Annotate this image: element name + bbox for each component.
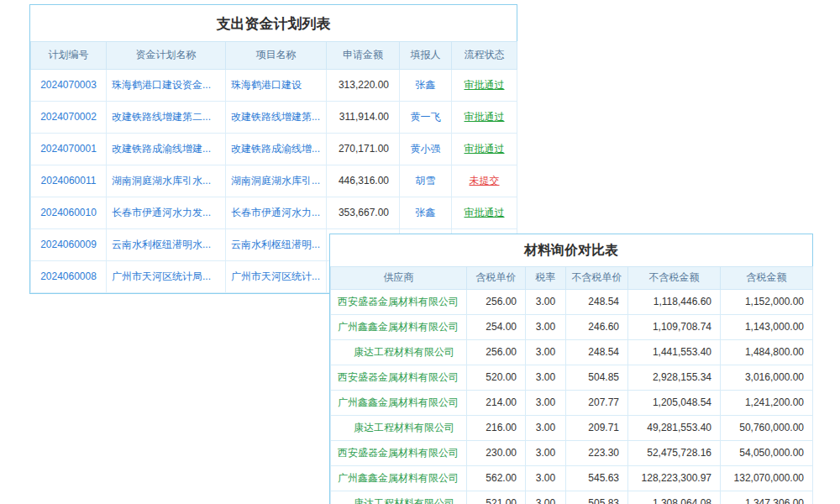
filler-link[interactable]: 张鑫	[400, 69, 452, 101]
table-row[interactable]: 西安盛器金属材料有限公司 230.00 3.00 223.30 52,475,7…	[331, 440, 813, 465]
filler-link[interactable]: 胡雪	[400, 165, 452, 197]
plan-id-link[interactable]: 2024060010	[31, 197, 107, 228]
project-name-link[interactable]: 湖南洞庭湖水库引...	[226, 165, 327, 197]
tax-rate: 3.00	[526, 440, 566, 465]
project-name-link[interactable]: 云南水利枢纽潜明...	[226, 228, 327, 260]
amount-incl-tax: 3,016,000.00	[721, 365, 813, 390]
price-excl-tax: 246.60	[566, 314, 628, 339]
fund-plan-name-link[interactable]: 珠海鹤港口建设资金...	[107, 69, 226, 101]
project-name-link[interactable]: 改建铁路线增建第...	[226, 101, 327, 133]
filler-link[interactable]: 黄一飞	[400, 101, 452, 133]
price-incl-tax: 230.00	[467, 440, 526, 465]
amount-excl-tax: 49,281,553.40	[628, 415, 721, 440]
plan-id-link[interactable]: 2024070003	[31, 69, 107, 101]
amount-excl-tax: 52,475,728.16	[628, 440, 721, 465]
apply-amount: 446,316.00	[327, 165, 400, 197]
table-row[interactable]: 康达工程材料有限公司 521.00 3.00 505.83 1,308,064.…	[331, 491, 813, 504]
status-link[interactable]: 审批通过	[465, 111, 505, 123]
tax-rate: 3.00	[526, 289, 566, 314]
filler-link[interactable]: 张鑫	[400, 197, 452, 228]
supplier-name: 康达工程材料有限公司	[331, 339, 467, 365]
plan-id-link[interactable]: 2024070002	[31, 101, 107, 133]
fund-plan-name-link[interactable]: 云南水利枢纽潜明水...	[107, 228, 226, 260]
column-header-amount-incl-tax: 含税金额	[721, 267, 813, 290]
table-row[interactable]: 康达工程材料有限公司 216.00 3.00 209.71 49,281,553…	[331, 415, 813, 440]
status-link[interactable]: 审批通过	[465, 207, 505, 218]
amount-incl-tax: 54,050,000.00	[721, 440, 813, 465]
table-row[interactable]: 2024060011 湖南洞庭湖水库引水... 湖南洞庭湖水库引... 446,…	[31, 165, 517, 197]
column-header-fund-plan-name: 资金计划名称	[107, 42, 226, 70]
project-name-link[interactable]: 改建铁路成渝线增...	[226, 133, 327, 165]
column-header-price-excl-tax: 不含税单价	[566, 267, 628, 290]
material-inquiry-title: 材料询价对比表	[330, 234, 812, 266]
flow-status-cell: 审批通过	[452, 133, 517, 165]
supplier-name: 广州鑫鑫金属材料有限公司	[331, 465, 467, 491]
price-incl-tax: 520.00	[467, 365, 526, 390]
price-incl-tax: 521.00	[467, 491, 526, 504]
project-name-link[interactable]: 珠海鹤港口建设	[226, 69, 327, 101]
price-excl-tax: 505.83	[566, 491, 628, 504]
fund-plan-name-link[interactable]: 广州市天河区统计局...	[107, 260, 226, 292]
price-incl-tax: 254.00	[467, 314, 526, 339]
price-excl-tax: 248.54	[566, 339, 628, 365]
tax-rate: 3.00	[526, 491, 566, 504]
table-row[interactable]: 2024070001 改建铁路成渝线增建... 改建铁路成渝线增... 270,…	[31, 133, 517, 165]
supplier-name: 西安盛器金属材料有限公司	[331, 440, 467, 465]
flow-status-cell: 审批通过	[452, 69, 517, 101]
amount-excl-tax: 128,223,300.97	[628, 465, 721, 491]
tax-rate: 3.00	[526, 465, 566, 491]
plan-id-link[interactable]: 2024060011	[31, 165, 107, 197]
fund-plan-name-link[interactable]: 湖南洞庭湖水库引水...	[107, 165, 226, 197]
apply-amount: 313,220.00	[327, 69, 400, 101]
table-row[interactable]: 康达工程材料有限公司 256.00 3.00 248.54 1,441,553.…	[331, 339, 813, 365]
supplier-name: 康达工程材料有限公司	[331, 491, 467, 504]
price-excl-tax: 207.77	[566, 390, 628, 415]
tax-rate: 3.00	[526, 314, 566, 339]
price-incl-tax: 216.00	[467, 415, 526, 440]
amount-excl-tax: 1,205,048.54	[628, 390, 721, 415]
price-excl-tax: 545.63	[566, 465, 628, 491]
price-excl-tax: 209.71	[566, 415, 628, 440]
material-inquiry-table: 供应商 含税单价 税率 不含税单价 不含税金额 含税金额 西安盛器金属材料有限公…	[330, 266, 813, 504]
status-link[interactable]: 未提交	[470, 175, 500, 186]
plan-id-link[interactable]: 2024060009	[31, 228, 107, 260]
table-row[interactable]: 西安盛器金属材料有限公司 256.00 3.00 248.54 1,118,44…	[331, 289, 813, 314]
amount-excl-tax: 1,109,708.74	[628, 314, 721, 339]
table-row[interactable]: 2024060010 长春市伊通河水力发... 长春市伊通河水力... 353,…	[31, 197, 517, 228]
table-row[interactable]: 广州鑫鑫金属材料有限公司 254.00 3.00 246.60 1,109,70…	[331, 314, 813, 339]
table-row[interactable]: 广州鑫鑫金属材料有限公司 562.00 3.00 545.63 128,223,…	[331, 465, 813, 491]
tax-rate: 3.00	[526, 365, 566, 390]
fund-plan-name-link[interactable]: 改建铁路成渝线增建...	[107, 133, 226, 165]
plan-id-link[interactable]: 2024060008	[31, 260, 107, 292]
tax-rate: 3.00	[526, 415, 566, 440]
apply-amount: 270,171.00	[327, 133, 400, 165]
plan-id-link[interactable]: 2024070001	[31, 133, 107, 165]
apply-amount: 311,914.00	[327, 101, 400, 133]
supplier-name: 广州鑫鑫金属材料有限公司	[331, 390, 467, 415]
amount-incl-tax: 1,347,306.00	[721, 491, 813, 504]
table-row[interactable]: 西安盛器金属材料有限公司 520.00 3.00 504.85 2,928,15…	[331, 365, 813, 390]
table-row[interactable]: 2024070003 珠海鹤港口建设资金... 珠海鹤港口建设 313,220.…	[31, 69, 517, 101]
column-header-tax-rate: 税率	[526, 267, 566, 290]
price-excl-tax: 248.54	[566, 289, 628, 314]
status-link[interactable]: 审批通过	[465, 79, 505, 91]
expense-header-row: 计划编号 资金计划名称 项目名称 申请金额 填报人 流程状态	[31, 42, 517, 70]
fund-plan-name-link[interactable]: 长春市伊通河水力发...	[107, 197, 226, 228]
amount-excl-tax: 1,441,553.40	[628, 339, 721, 365]
table-row[interactable]: 广州鑫鑫金属材料有限公司 214.00 3.00 207.77 1,205,04…	[331, 390, 813, 415]
column-header-flow-status: 流程状态	[452, 42, 517, 70]
project-name-link[interactable]: 长春市伊通河水力...	[226, 197, 327, 228]
inquiry-header-row: 供应商 含税单价 税率 不含税单价 不含税金额 含税金额	[331, 267, 813, 290]
apply-amount: 353,667.00	[327, 197, 400, 228]
amount-incl-tax: 50,760,000.00	[721, 415, 813, 440]
project-name-link[interactable]: 广州市天河区统计...	[226, 260, 327, 292]
amount-excl-tax: 2,928,155.34	[628, 365, 721, 390]
fund-plan-name-link[interactable]: 改建铁路线增建第二...	[107, 101, 226, 133]
status-link[interactable]: 审批通过	[465, 143, 505, 155]
tax-rate: 3.00	[526, 339, 566, 365]
amount-incl-tax: 1,152,000.00	[721, 289, 813, 314]
filler-link[interactable]: 黄小强	[400, 133, 452, 165]
table-row[interactable]: 2024070002 改建铁路线增建第二... 改建铁路线增建第... 311,…	[31, 101, 517, 133]
price-incl-tax: 256.00	[467, 339, 526, 365]
supplier-name: 广州鑫鑫金属材料有限公司	[331, 314, 467, 339]
